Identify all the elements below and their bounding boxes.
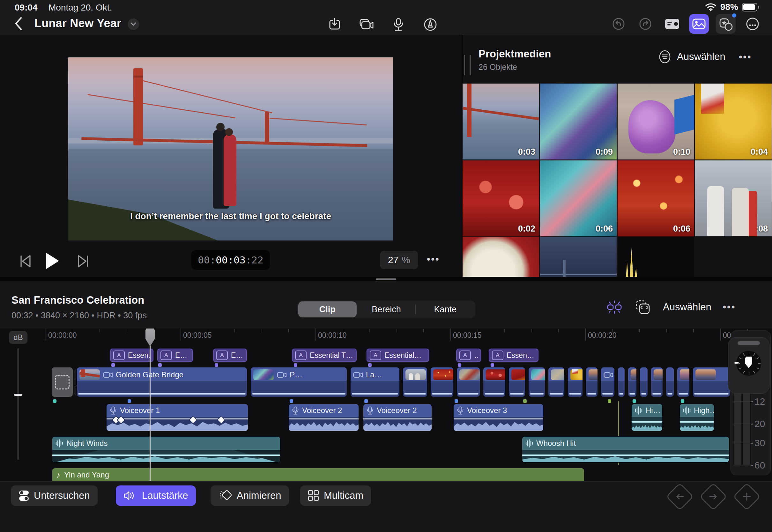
media-thumbnail[interactable] [618, 237, 694, 277]
video-clip[interactable] [650, 367, 663, 397]
title-clip[interactable]: AEssen… [488, 348, 539, 363]
timecode-display[interactable]: 00:00:03:22 [191, 250, 270, 270]
volume-line[interactable] [680, 421, 714, 423]
video-clip[interactable] [456, 367, 480, 397]
volume-fader[interactable] [17, 348, 19, 460]
volume-line[interactable] [632, 421, 662, 423]
pencil-icon[interactable] [420, 15, 440, 34]
segment-clip[interactable]: Clip [298, 301, 357, 317]
snap-icon[interactable] [606, 299, 623, 315]
title-clip[interactable]: AEssential… [366, 348, 430, 363]
title-clip[interactable]: AE… [157, 348, 194, 363]
music-clip[interactable]: ♪Yin and Yang [52, 468, 585, 481]
video-clip[interactable] [508, 367, 526, 397]
media-thumbnail[interactable] [540, 237, 617, 277]
play-icon[interactable] [44, 251, 61, 270]
skip-forward-icon[interactable] [76, 253, 90, 269]
media-thumbnail[interactable]: 0:03 [463, 84, 539, 159]
media-browser-icon[interactable] [689, 14, 709, 34]
camera-icon[interactable] [357, 15, 376, 34]
video-clip[interactable] [617, 367, 625, 397]
timeline[interactable]: dB 12203060 00:00:0000:00:0500:00:1000:0… [0, 329, 772, 481]
voiceover-clip[interactable]: Voiceover 1 [106, 403, 249, 432]
volume-line[interactable] [107, 418, 248, 419]
video-clip[interactable] [692, 367, 731, 397]
filter-icon[interactable] [658, 50, 672, 64]
playhead-handle[interactable] [145, 329, 155, 346]
overlap-icon[interactable] [634, 299, 651, 316]
media-select-button[interactable]: Auswählen [677, 51, 725, 63]
popover-grab-handle[interactable] [738, 341, 760, 345]
media-thumbnail[interactable]: 0:10 [618, 84, 694, 159]
more-circle-icon[interactable] [743, 14, 762, 34]
video-clip[interactable] [677, 367, 690, 397]
panel-drag-handle[interactable] [464, 55, 471, 75]
video-clip[interactable] [639, 367, 648, 397]
video-clip[interactable]: P… [250, 367, 347, 397]
video-clip[interactable] [402, 367, 428, 397]
untersuchen-button[interactable]: Untersuchen [11, 485, 98, 506]
title-clip[interactable]: AEssen… [109, 348, 154, 363]
multicam-button[interactable]: Multicam [300, 485, 371, 506]
volume-dial[interactable] [736, 351, 761, 376]
video-clip[interactable] [600, 367, 615, 397]
volume-line[interactable] [52, 454, 280, 456]
media-thumbnail[interactable]: 0:08 [695, 160, 772, 236]
mic-icon[interactable] [389, 15, 408, 34]
media-thumbnail[interactable]: 0:02 [463, 160, 539, 236]
video-clip[interactable]: La… [350, 367, 400, 397]
video-clip[interactable]: Golden Gate Bridge [76, 367, 248, 397]
voiceover-clip[interactable]: Voiceover 3 [453, 403, 544, 432]
viewer-zoom-control[interactable]: 27% [380, 251, 418, 269]
skip-back-icon[interactable] [19, 253, 33, 269]
volume-fader-handle[interactable] [14, 394, 22, 396]
video-clip[interactable] [483, 367, 506, 397]
playhead[interactable] [150, 330, 151, 481]
media-thumbnail[interactable]: 0:04 [695, 84, 772, 159]
volume-line[interactable] [363, 418, 432, 419]
volume-line[interactable] [289, 418, 359, 419]
back-button[interactable] [13, 16, 24, 31]
timeline-more-button[interactable]: ••• [723, 302, 736, 313]
sound-effect-clip[interactable]: High… [679, 403, 715, 432]
video-clip[interactable] [665, 367, 674, 397]
voiceover-clip[interactable]: Voiceover 2 [363, 403, 432, 432]
sound-effect-clip[interactable]: Whoosh Hit [522, 436, 730, 463]
voiceover-clip[interactable]: Voiceover 2 [288, 403, 359, 432]
segment-bereich[interactable]: Bereich [357, 301, 416, 317]
media-thumbnail[interactable] [463, 237, 539, 277]
keyframe-prev-icon[interactable] [666, 483, 694, 511]
redo-icon[interactable] [635, 14, 655, 34]
title-clip[interactable]: AEssential T… [291, 348, 357, 363]
video-clip[interactable] [430, 367, 454, 397]
media-more-button[interactable]: ••• [739, 52, 752, 63]
media-thumbnail[interactable]: 0:06 [540, 160, 617, 236]
pane-divider[interactable] [0, 277, 772, 281]
media-thumbnail[interactable]: 0:06 [618, 160, 694, 236]
effects-icon[interactable] [716, 14, 736, 34]
volume-line[interactable] [522, 454, 729, 456]
video-clip[interactable] [567, 367, 583, 397]
animieren-button[interactable]: Animieren [211, 485, 289, 506]
video-clip[interactable] [627, 367, 637, 397]
timeline-select-button[interactable]: Auswählen [663, 301, 711, 313]
video-clip[interactable] [528, 367, 546, 397]
lautstärke-button[interactable]: Lautstärke [116, 485, 196, 506]
sound-effect-clip[interactable]: Hi… [631, 403, 663, 432]
video-preview[interactable]: I don’t remember the last time I got to … [68, 57, 393, 240]
title-clip[interactable]: A… [456, 348, 482, 363]
import-icon[interactable] [325, 15, 345, 34]
title-clip[interactable]: AE… [212, 348, 248, 363]
media-thumbnail[interactable]: 0:09 [540, 84, 617, 159]
volume-line[interactable] [454, 418, 543, 419]
video-clip[interactable] [585, 367, 598, 397]
video-clip[interactable] [548, 367, 565, 397]
undo-icon[interactable] [609, 14, 628, 34]
project-title-dropdown[interactable] [128, 18, 139, 30]
placeholder-clip[interactable] [51, 367, 73, 397]
inspector-card-icon[interactable] [662, 14, 682, 34]
viewer-more-button[interactable]: ••• [427, 254, 440, 265]
volume-knob-popover[interactable] [728, 337, 769, 394]
keyframe-next-icon[interactable] [699, 483, 727, 511]
segment-kante[interactable]: Kante [416, 301, 474, 317]
